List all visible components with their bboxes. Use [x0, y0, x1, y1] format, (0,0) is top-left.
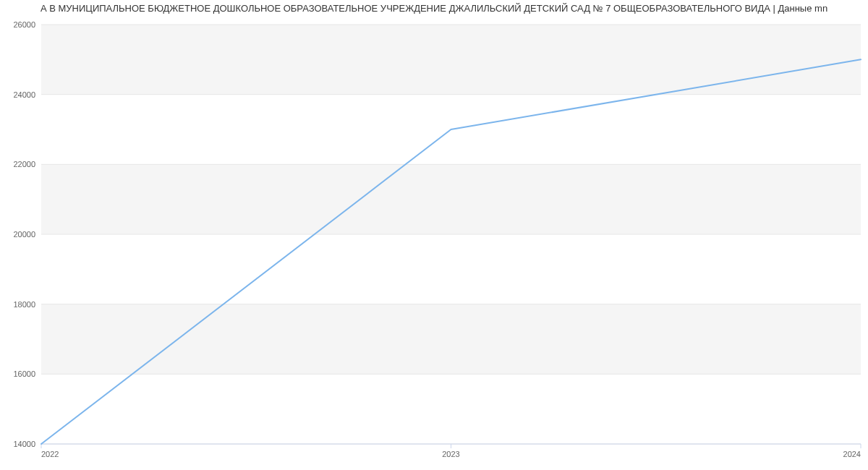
svg-rect-1	[41, 164, 861, 234]
svg-text:16000: 16000	[13, 369, 35, 378]
svg-text:20000: 20000	[13, 230, 35, 239]
svg-text:24000: 24000	[13, 90, 35, 99]
svg-text:2024: 2024	[843, 450, 861, 458]
svg-text:22000: 22000	[13, 160, 35, 168]
chart-area: 2022202320241400016000180002000022000240…	[0, 17, 868, 470]
series-line	[41, 59, 861, 444]
svg-rect-0	[41, 304, 861, 375]
svg-text:18000: 18000	[13, 300, 35, 309]
chart-svg: 2022202320241400016000180002000022000240…	[0, 17, 868, 470]
chart-title: А В МУНИЦИПАЛЬНОЕ БЮДЖЕТНОЕ ДОШКОЛЬНОЕ О…	[0, 0, 868, 17]
svg-text:26000: 26000	[13, 20, 35, 29]
svg-rect-2	[41, 25, 861, 95]
svg-text:2022: 2022	[41, 450, 59, 458]
svg-text:14000: 14000	[13, 440, 35, 448]
svg-text:2023: 2023	[442, 450, 459, 458]
